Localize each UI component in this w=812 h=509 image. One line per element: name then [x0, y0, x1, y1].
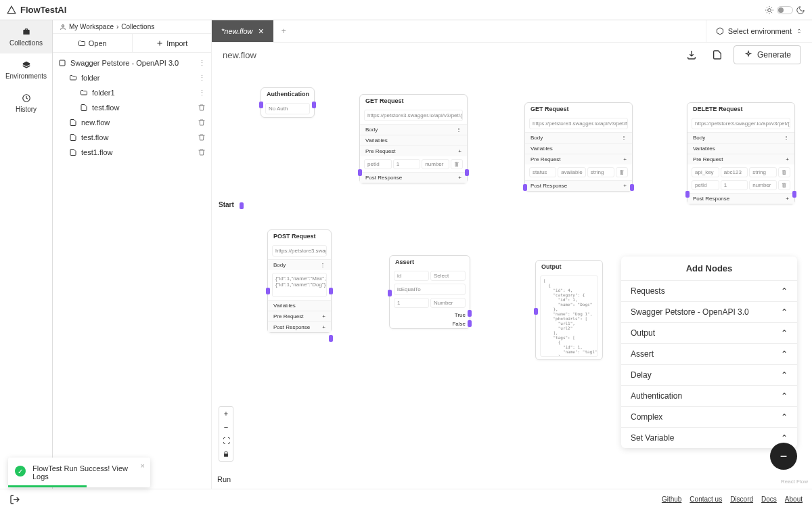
- check-icon: ✓: [15, 466, 26, 477]
- file-icon: [69, 118, 77, 127]
- tree-file[interactable]: test1.flow: [53, 145, 211, 160]
- get-request-node-1[interactable]: GET Request https://petstore3.swagger.io…: [359, 94, 468, 183]
- output-node[interactable]: Output [ { "id": 4, "category": { "id": …: [535, 260, 603, 360]
- canvas-controls: + − ⛶: [219, 406, 233, 462]
- tree-file[interactable]: new.flow: [53, 115, 211, 130]
- topbar: FlowTestAI: [0, 0, 812, 20]
- add-nodes-assert[interactable]: Assert⌃: [621, 343, 797, 364]
- auth-node[interactable]: Authentication No Auth: [261, 87, 315, 118]
- svg-point-3: [62, 24, 64, 26]
- add-nodes-requests[interactable]: Requests⌃: [621, 280, 797, 301]
- canvas-area: *new.flow × + Select environment new.flo…: [212, 20, 812, 489]
- user-icon: [60, 24, 66, 30]
- add-nodes-delay[interactable]: Delay⌃: [621, 364, 797, 385]
- fab-close[interactable]: −: [770, 443, 797, 470]
- box-icon: [58, 59, 66, 67]
- folder-icon: [69, 74, 77, 82]
- start-node[interactable]: Start: [219, 201, 234, 208]
- tab-new-flow[interactable]: *new.flow ×: [212, 20, 273, 42]
- nav-collections-label: Collections: [9, 39, 43, 47]
- trash-icon[interactable]: [198, 104, 206, 112]
- breadcrumb: My Workspace › Collections: [53, 20, 211, 34]
- zoom-in-button[interactable]: +: [219, 407, 233, 420]
- footer-discord[interactable]: Discord: [730, 495, 753, 503]
- sparkle-icon: [744, 50, 753, 60]
- footer-docs[interactable]: Docs: [761, 495, 777, 503]
- add-nodes-swagger[interactable]: Swagger Petstore - OpenAPI 3.0⌃: [621, 301, 797, 322]
- svg-marker-0: [7, 6, 16, 14]
- more-icon[interactable]: ⋮: [198, 74, 206, 83]
- nav-history[interactable]: History: [0, 87, 52, 120]
- open-button[interactable]: Open: [53, 34, 133, 52]
- footer-contact[interactable]: Contact us: [690, 495, 722, 503]
- delete-request-node[interactable]: DELETE Request https://petstore3.swagger…: [687, 102, 795, 204]
- trash-icon[interactable]: [198, 118, 206, 127]
- nav-collections[interactable]: Collections: [0, 20, 52, 53]
- breadcrumb-workspace[interactable]: My Workspace: [69, 23, 114, 30]
- chevron-up-icon: ⌃: [781, 328, 788, 338]
- run-button[interactable]: Run: [217, 475, 231, 483]
- chevron-updown-icon: [796, 28, 803, 35]
- zoom-out-button[interactable]: −: [219, 420, 233, 434]
- app-name: FlowTestAI: [20, 5, 66, 15]
- footer-about[interactable]: About: [785, 495, 803, 503]
- tree-folder[interactable]: folder ⋮: [53, 70, 211, 85]
- add-nodes-setvariable[interactable]: Set Variable⌃: [621, 427, 797, 448]
- chevron-up-icon: ⌃: [781, 307, 788, 317]
- attribution: React Flow: [781, 479, 808, 485]
- flow-header: new.flow Generate: [212, 43, 812, 67]
- theme-toggle[interactable]: [765, 5, 805, 15]
- tree-file[interactable]: test.flow: [53, 130, 211, 145]
- app-logo: FlowTestAI: [7, 5, 66, 15]
- toast: ✓ FlowTest Run Success! View Logs ×: [8, 458, 150, 487]
- leftnav: Collections Environments History: [0, 20, 53, 489]
- sidebar: My Workspace › Collections Open Import S…: [53, 20, 212, 489]
- more-icon[interactable]: ⋮: [198, 59, 206, 68]
- chevron-up-icon: ⌃: [781, 286, 788, 296]
- import-button[interactable]: Import: [133, 34, 212, 52]
- trash-icon[interactable]: [198, 133, 206, 141]
- footer-github[interactable]: Github: [662, 495, 681, 503]
- tab-add[interactable]: +: [273, 20, 294, 42]
- flow-canvas[interactable]: Start Authentication No Auth GET Request…: [212, 67, 812, 489]
- add-nodes-panel: Add Nodes Requests⌃ Swagger Petstore - O…: [621, 257, 797, 448]
- file-tree: Swagger Petstore - OpenAPI 3.0 ⋮ folder …: [53, 53, 211, 489]
- more-icon[interactable]: ⋮: [198, 89, 206, 97]
- theme-switch[interactable]: [777, 6, 793, 14]
- get-request-node-2[interactable]: GET Request https://petstore3.swagger.io…: [524, 102, 633, 192]
- add-nodes-output[interactable]: Output⌃: [621, 322, 797, 343]
- nav-environments[interactable]: Environments: [0, 53, 52, 87]
- generate-button[interactable]: Generate: [734, 45, 801, 64]
- toast-close-icon[interactable]: ×: [141, 462, 145, 470]
- lock-button[interactable]: [219, 447, 233, 461]
- moon-icon: [796, 5, 805, 15]
- chevron-up-icon: ⌃: [781, 433, 788, 443]
- file-icon: [69, 148, 77, 156]
- plus-icon: [156, 39, 164, 47]
- add-nodes-complex[interactable]: Complex⌃: [621, 406, 797, 427]
- assert-node[interactable]: Assert idSelect isEqualTo 1Number True F…: [389, 255, 470, 329]
- nav-history-label: History: [16, 106, 37, 113]
- tabs: *new.flow × + Select environment: [212, 20, 812, 43]
- environment-select[interactable]: Select environment: [706, 20, 812, 42]
- logout-icon[interactable]: [9, 494, 20, 505]
- save-icon[interactable]: [682, 45, 701, 64]
- folder-icon: [80, 89, 88, 97]
- tree-folder1[interactable]: folder1 ⋮: [53, 85, 211, 100]
- add-nodes-authentication[interactable]: Authentication⌃: [621, 385, 797, 406]
- chevron-up-icon: ⌃: [781, 391, 788, 401]
- tree-collection[interactable]: Swagger Petstore - OpenAPI 3.0 ⋮: [53, 56, 211, 70]
- post-request-node[interactable]: POST Request https://petstore3.swagger.i…: [267, 229, 332, 333]
- trash-icon[interactable]: [198, 148, 206, 156]
- fit-button[interactable]: ⛶: [219, 434, 233, 447]
- document-icon[interactable]: [708, 45, 727, 64]
- footer: Github Contact us Discord Docs About: [0, 489, 812, 509]
- cube-icon: [716, 27, 724, 35]
- breadcrumb-section[interactable]: Collections: [121, 23, 154, 30]
- file-icon: [80, 104, 88, 112]
- clock-icon: [22, 93, 31, 103]
- tree-file[interactable]: test.flow: [53, 100, 211, 115]
- nav-environments-label: Environments: [5, 72, 47, 80]
- tab-close-icon[interactable]: ×: [258, 26, 263, 37]
- layers-icon: [22, 60, 31, 70]
